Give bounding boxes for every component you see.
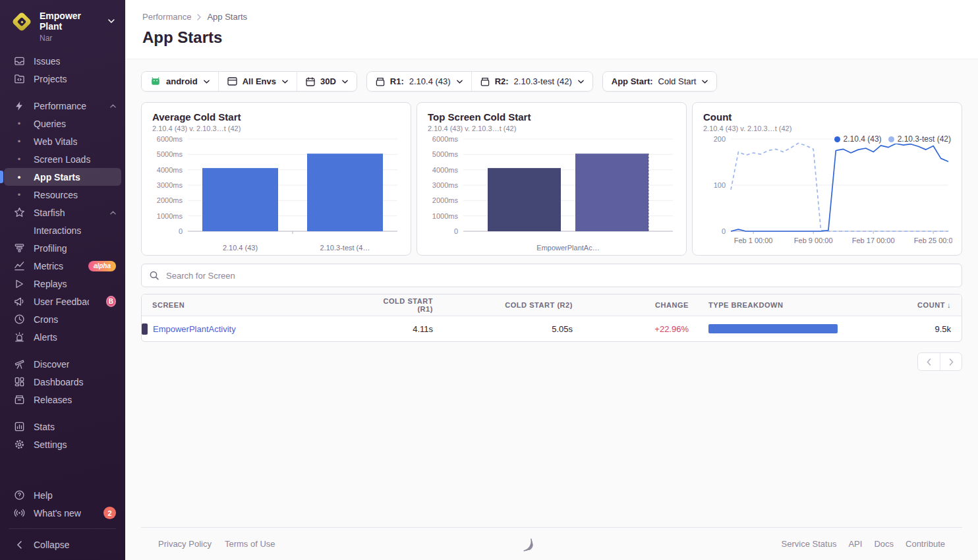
- release-1-filter[interactable]: R1: 2.10.4 (43): [367, 72, 472, 91]
- app-start-type-filter[interactable]: App Start: Cold Start: [603, 72, 717, 91]
- legend-label: 2.10.3-test (42): [898, 134, 951, 144]
- project-filter-value: android: [166, 76, 198, 86]
- service-status-link[interactable]: Service Status: [782, 539, 837, 549]
- sidebar-item-metrics[interactable]: Metrics alpha: [4, 257, 121, 275]
- svg-text:2.10.3-test (4…: 2.10.3-test (4…: [320, 244, 370, 252]
- sidebar-item-performance[interactable]: Performance: [4, 97, 121, 115]
- legend-item-r1[interactable]: 2.10.4 (43): [834, 134, 882, 144]
- chart-subtitle: 2.10.4 (43) v. 2.10.3…t (42): [152, 124, 400, 133]
- sidebar-item-label: Resources: [34, 190, 78, 200]
- column-header-cold-start-r1[interactable]: COLD START (R1): [374, 297, 433, 313]
- filter-bar: android All Envs 30D: [141, 71, 962, 92]
- org-switcher[interactable]: Empower Plant Nar: [0, 8, 125, 43]
- release-2-value: 2.10.3-test (42): [514, 76, 572, 86]
- dashboards-icon: [13, 376, 25, 388]
- sidebar-item-label: Queries: [34, 119, 66, 129]
- terms-of-use-link[interactable]: Terms of Use: [225, 539, 275, 549]
- sidebar-item-releases[interactable]: Releases: [4, 391, 121, 408]
- legend-item-r2[interactable]: 2.10.3-test (42): [888, 134, 951, 144]
- sidebar: Empower Plant Nar Issues Projects Perfor…: [0, 0, 125, 560]
- sidebar-item-help[interactable]: Help: [4, 486, 121, 504]
- siren-icon: [13, 331, 25, 343]
- sidebar-item-settings[interactable]: Settings: [4, 435, 121, 453]
- sidebar-item-dashboards[interactable]: Dashboards: [4, 373, 121, 391]
- top-screen-cold-start-card: Top Screen Cold Start 2.10.4 (43) v. 2.1…: [417, 102, 687, 256]
- column-header-count[interactable]: COUNT↓: [860, 301, 962, 309]
- cold-start-r2-value: 5.05s: [433, 324, 573, 334]
- sidebar-item-whats-new[interactable]: What's new 2: [4, 504, 121, 522]
- megaphone-icon: [13, 296, 25, 308]
- breadcrumb: Performance App Starts: [142, 12, 961, 22]
- sidebar-item-queries[interactable]: • Queries: [4, 115, 121, 132]
- sidebar-item-label: Issues: [34, 56, 60, 67]
- org-logo-icon: [12, 12, 32, 32]
- search-icon: [150, 271, 159, 280]
- sidebar-collapse-button[interactable]: Collapse: [4, 536, 121, 553]
- project-filter[interactable]: android: [142, 72, 219, 91]
- api-link[interactable]: API: [848, 539, 862, 549]
- column-header-screen[interactable]: SCREEN: [142, 301, 374, 309]
- sidebar-item-interactions[interactable]: Interactions: [4, 221, 121, 239]
- sidebar-item-alerts[interactable]: Alerts: [4, 328, 121, 346]
- chevron-down-icon: [108, 19, 115, 23]
- release-2-filter[interactable]: R2: 2.10.3-test (42): [472, 72, 592, 91]
- previous-page-button[interactable]: [918, 353, 940, 370]
- chart-subtitle: 2.10.4 (43) v. 2.10.3…t (42): [703, 124, 951, 133]
- svg-text:100: 100: [714, 181, 726, 189]
- sidebar-item-issues[interactable]: Issues: [4, 52, 121, 70]
- svg-text:2.10.4 (43): 2.10.4 (43): [223, 244, 258, 252]
- breadcrumb-performance[interactable]: Performance: [142, 12, 191, 22]
- sidebar-item-discover[interactable]: Discover: [4, 355, 121, 373]
- sidebar-item-replays[interactable]: Replays: [4, 275, 121, 293]
- sidebar-item-projects[interactable]: Projects: [4, 70, 121, 88]
- sidebar-item-label: Performance: [34, 101, 86, 111]
- profiling-icon: [13, 242, 25, 254]
- table-header-row: SCREEN COLD START (R1) COLD START (R2) C…: [142, 294, 962, 316]
- screen-link[interactable]: EmpowerPlantActivity: [153, 324, 236, 334]
- sidebar-item-profiling[interactable]: Profiling: [4, 239, 121, 257]
- sidebar-item-crons[interactable]: Crons: [4, 310, 121, 328]
- bullet-icon: •: [13, 136, 25, 146]
- sidebar-item-user-feedback[interactable]: User Feedback B: [4, 293, 121, 310]
- calendar-icon: [306, 77, 315, 86]
- svg-text:3000ms: 3000ms: [432, 181, 459, 189]
- count-card: Count 2.10.4 (43) v. 2.10.3…t (42) 2.10.…: [692, 102, 962, 256]
- docs-link[interactable]: Docs: [874, 539, 894, 549]
- gear-icon: [13, 439, 25, 451]
- svg-text:4000ms: 4000ms: [157, 166, 183, 174]
- column-header-cold-start-r2[interactable]: COLD START (R2): [433, 301, 573, 309]
- whats-new-count-badge: 2: [103, 507, 116, 519]
- sidebar-item-resources[interactable]: • Resources: [4, 186, 121, 204]
- next-page-button[interactable]: [940, 353, 962, 370]
- bullet-icon: •: [13, 154, 25, 164]
- sidebar-item-stats[interactable]: Stats: [4, 418, 121, 435]
- content: android All Envs 30D: [125, 59, 978, 560]
- sort-descending-icon: ↓: [947, 301, 951, 309]
- alpha-badge: alpha: [88, 261, 116, 271]
- clock-icon: [13, 314, 25, 325]
- search-input[interactable]: [165, 270, 954, 281]
- chevron-down-icon: [282, 80, 288, 84]
- column-header-change[interactable]: CHANGE: [573, 301, 689, 309]
- sidebar-item-app-starts[interactable]: • App Starts: [4, 168, 121, 186]
- contribute-link[interactable]: Contribute: [906, 539, 945, 549]
- chevron-right-icon: [197, 14, 201, 20]
- column-header-type-breakdown[interactable]: TYPE BREAKDOWN: [689, 301, 860, 309]
- charts-row: Average Cold Start 2.10.4 (43) v. 2.10.3…: [141, 102, 962, 256]
- svg-text:Feb 25 00:0: Feb 25 00:0: [914, 237, 952, 244]
- project-name: Nar: [40, 34, 115, 43]
- chevron-down-icon: [578, 80, 584, 84]
- privacy-policy-link[interactable]: Privacy Policy: [158, 539, 212, 549]
- release-1-value: 2.10.4 (43): [409, 76, 451, 86]
- environment-filter[interactable]: All Envs: [219, 72, 297, 91]
- sidebar-item-label: Projects: [34, 74, 67, 84]
- date-range-filter[interactable]: 30D: [297, 72, 357, 91]
- pagination: [141, 352, 962, 371]
- sidebar-item-starfish[interactable]: Starfish: [4, 204, 121, 221]
- sidebar-item-web-vitals[interactable]: • Web Vitals: [4, 132, 121, 150]
- sidebar-item-screen-loads[interactable]: • Screen Loads: [4, 150, 121, 168]
- sidebar-item-label: What's new: [34, 508, 81, 518]
- lightning-icon: [13, 100, 25, 112]
- table-row[interactable]: EmpowerPlantActivity 4.11s 5.05s +22.96%…: [142, 316, 962, 341]
- svg-text:EmpowerPlantAc…: EmpowerPlantAc…: [536, 244, 599, 252]
